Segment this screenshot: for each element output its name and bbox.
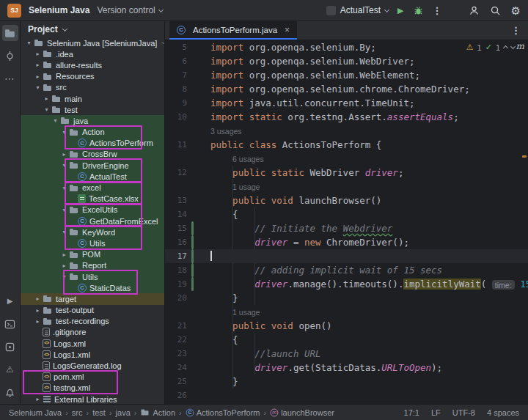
tree-item-main[interactable]: ▸main	[21, 93, 164, 104]
code-line-24[interactable]: 24 driver.get(StaticDatas.URLToOpen);	[165, 361, 528, 375]
tree-item-getdatafromexcel[interactable]: CGetDataFromExcel	[21, 215, 164, 226]
chevron-expanded-icon[interactable]: ▾	[59, 229, 69, 235]
tool-window-button-problems[interactable]: ⚠	[2, 361, 18, 377]
code-line-11[interactable]: 11public class ActionsToPerform {	[165, 138, 528, 152]
line-number[interactable]: 24	[165, 363, 187, 372]
tool-window-button-commit[interactable]	[2, 48, 18, 64]
chevron-expanded-icon[interactable]: ▾	[59, 207, 69, 213]
tree-item-selenium-java-seleniumjava[interactable]: ▾Selenium Java [SeleniumJava]~/IdeaProje…	[21, 37, 164, 48]
usages-hint-label[interactable]: 3 usages	[210, 127, 242, 136]
tab-options-button[interactable]: ⋮	[511, 25, 521, 36]
code-line-17[interactable]: 17	[165, 249, 528, 263]
line-number[interactable]: 26	[165, 391, 187, 400]
line-number[interactable]: 9	[165, 98, 187, 108]
chevron-collapsed-icon[interactable]: ▸	[33, 73, 43, 80]
chevron-collapsed-icon[interactable]: ▸	[33, 295, 43, 302]
code-line-25[interactable]: 25 }	[165, 375, 528, 388]
usages-hint[interactable]: 1 usage	[165, 180, 528, 194]
line-number[interactable]: 5	[165, 43, 187, 52]
chevron-collapsed-icon[interactable]: ▸	[33, 396, 43, 402]
line-number[interactable]: 21	[165, 321, 187, 331]
chevron-expanded-icon[interactable]: ▾	[42, 106, 51, 113]
chevron-collapsed-icon[interactable]: ▸	[33, 307, 43, 314]
line-number[interactable]: 14	[165, 210, 187, 219]
code-line-21[interactable]: 21 public void open()	[165, 319, 528, 333]
chevron-expanded-icon[interactable]: ▾	[59, 162, 69, 169]
next-problem-button[interactable]	[510, 44, 516, 49]
line-number[interactable]: 15	[165, 224, 187, 233]
previous-problem-button[interactable]	[503, 45, 508, 51]
chevron-collapsed-icon[interactable]: ▸	[33, 62, 43, 68]
tree-item-excelutils[interactable]: ▾ExcelUtils	[21, 205, 164, 215]
tree-item-idea[interactable]: ▸.idea	[21, 48, 164, 59]
line-number[interactable]: 23	[165, 349, 187, 358]
editor-tab-actionstoperform[interactable]: C ActionsToPerform.java ×	[169, 21, 297, 40]
line-number[interactable]: 18	[165, 265, 187, 275]
chevron-collapsed-icon[interactable]: ▸	[59, 251, 69, 258]
tool-window-button-services[interactable]	[2, 339, 18, 355]
more-run-actions-button[interactable]: ⋮	[433, 5, 442, 16]
tree-item-java[interactable]: ▾java	[21, 115, 164, 126]
usages-hint-label[interactable]: 6 usages	[210, 155, 264, 163]
chevron-collapsed-icon[interactable]: ▸	[33, 51, 43, 57]
code-line-7[interactable]: 7import org.openqa.selenium.WebElement;	[165, 68, 528, 82]
status-line-separator[interactable]: LF	[431, 408, 441, 417]
chevron-collapsed-icon[interactable]: ▸	[42, 95, 51, 102]
tree-item-gitignore[interactable]: .gitignore	[21, 327, 164, 338]
code-line-6[interactable]: 6import org.openqa.selenium.WebDriver;	[165, 54, 528, 68]
tree-item-test-output[interactable]: ▸test-output	[21, 305, 164, 316]
code-line-23[interactable]: 23 //launch URL	[165, 347, 528, 361]
line-number[interactable]: 17	[165, 251, 187, 261]
chevron-expanded-icon[interactable]: ▾	[33, 84, 43, 91]
tree-item-resources[interactable]: ▸Resources	[21, 71, 164, 82]
tab-close-button[interactable]: ×	[285, 25, 290, 35]
tree-item-logs1-xml[interactable]: <>Logs1.xml	[21, 349, 164, 360]
code-line-22[interactable]: 22 {	[165, 333, 528, 347]
line-number[interactable]: 8	[165, 84, 187, 94]
debug-button[interactable]	[413, 5, 424, 16]
inspections-widget[interactable]: ⚠ 1 ✓ 1	[466, 43, 515, 52]
chevron-expanded-icon[interactable]: ▾	[24, 40, 34, 46]
run-config-selector[interactable]: ActualTest	[326, 5, 389, 15]
status-indent-setting[interactable]: 4 spaces	[487, 408, 519, 417]
breadcrumb-actionstoperform[interactable]: CActionsToPerform	[186, 408, 260, 417]
breadcrumb-java[interactable]: java	[116, 408, 131, 417]
run-button[interactable]: ▶	[397, 6, 403, 15]
tree-item-keyword[interactable]: ▾KeyWord	[21, 226, 164, 237]
tree-item-test-recordings[interactable]: ▸test-recordings	[21, 316, 164, 327]
usages-hint-label[interactable]: 1 usage	[210, 183, 260, 191]
chevron-collapsed-icon[interactable]: ▸	[59, 151, 69, 158]
code-line-8[interactable]: 8import org.openqa.selenium.chrome.Chrom…	[165, 82, 528, 96]
tree-item-staticdatas[interactable]: CStaticDatas	[21, 282, 164, 293]
code-line-14[interactable]: 14 {	[165, 207, 528, 221]
code-line-26[interactable]: 26	[165, 388, 528, 402]
tool-window-button-terminal[interactable]	[2, 316, 18, 332]
tree-item-driverengine[interactable]: ▾DriverEngine	[21, 160, 164, 171]
tree-item-utils[interactable]: CUtils	[21, 237, 164, 248]
app-logo[interactable]: SJ	[7, 4, 21, 18]
tool-window-button-project[interactable]	[2, 25, 18, 41]
tree-item-testcase-xlsx[interactable]: TestCase.xlsx	[21, 194, 164, 205]
usages-hint[interactable]: 1 usage	[165, 305, 528, 319]
code-line-13[interactable]: 13 public void launchBrowser()	[165, 194, 528, 207]
breadcrumb-src[interactable]: src	[72, 408, 83, 417]
breadcrumb-launchbrowser[interactable]: mlaunchBrowser	[270, 408, 334, 417]
tool-window-button-run[interactable]: ▶	[2, 293, 18, 309]
scrollbar-warning-marker[interactable]	[522, 155, 527, 158]
line-number[interactable]: 12	[165, 168, 187, 177]
breadcrumb-test[interactable]: test	[92, 408, 106, 417]
code-line-15[interactable]: 15 // Initiate the Webdriver	[165, 221, 528, 235]
tree-item-report[interactable]: ▸Report	[21, 260, 164, 271]
tree-item-test[interactable]: ▾test	[21, 104, 164, 115]
tree-item-testng-xml[interactable]: <>testng.xml	[21, 383, 164, 394]
tree-item-utils[interactable]: ▾Utils	[21, 271, 164, 282]
chevron-collapsed-icon[interactable]: ▸	[33, 318, 43, 325]
tree-item-logs-xml[interactable]: <>Logs.xml	[21, 338, 164, 349]
settings-button[interactable]: ⚙	[511, 5, 521, 16]
vcs-widget-button[interactable]: Version control	[97, 5, 162, 15]
tool-window-button-notifications[interactable]	[2, 384, 18, 400]
line-number[interactable]: 16	[165, 237, 187, 247]
chevron-expanded-icon[interactable]: ▾	[59, 185, 69, 191]
line-number[interactable]: 20	[165, 293, 187, 303]
project-panel-title[interactable]: Project	[28, 24, 58, 34]
